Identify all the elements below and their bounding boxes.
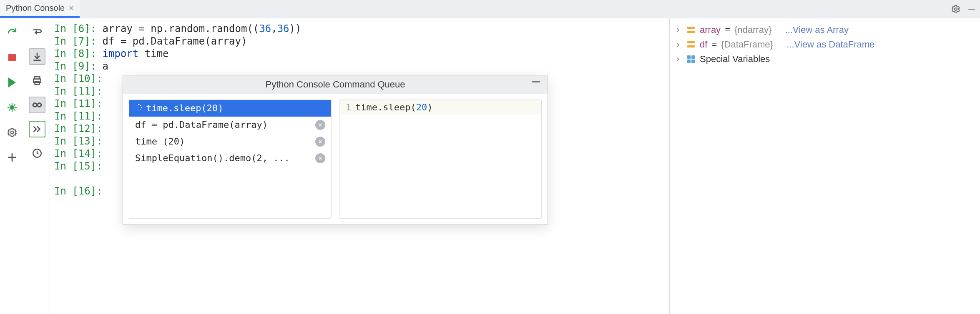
console-action-gutter-primary <box>0 18 24 314</box>
console-prompt: In [11]: <box>54 98 108 110</box>
svg-rect-19 <box>687 31 695 33</box>
variable-row[interactable]: › Special Variables <box>676 52 973 66</box>
svg-rect-23 <box>691 55 695 59</box>
python-console-output[interactable]: In [6]: array = np.random.random((36,36)… <box>50 18 669 314</box>
variable-row[interactable]: › df = {DataFrame} ...View as DataFrame <box>676 37 973 52</box>
command-queue-titlebar[interactable]: Python Console Command Queue <box>123 75 548 94</box>
remove-queue-item-icon[interactable]: × <box>315 137 325 147</box>
variable-row[interactable]: › array = {ndarray} ...View as Array <box>676 22 973 37</box>
new-console-button[interactable] <box>4 149 20 166</box>
svg-point-11 <box>140 105 141 106</box>
svg-rect-1 <box>968 9 975 10</box>
loading-spinner-icon <box>135 102 143 114</box>
svg-point-12 <box>141 107 142 108</box>
queue-item-label: SimpleEquation().demo(2, ... <box>135 152 290 164</box>
command-queue-preview: 1 time.sleep(20) <box>339 100 542 219</box>
special-vars-icon <box>686 55 696 64</box>
preview-line-number: 1 <box>342 102 351 113</box>
svg-rect-21 <box>687 45 695 47</box>
svg-point-8 <box>38 103 41 107</box>
svg-rect-25 <box>691 60 695 63</box>
tool-window-tabbar: Python Console × <box>0 0 980 18</box>
variable-name: df <box>700 37 707 52</box>
console-prompt: In [6]: <box>54 23 103 35</box>
svg-point-14 <box>138 110 139 111</box>
queue-item-label: time.sleep(20) <box>146 102 223 114</box>
execute-current-statement-button[interactable] <box>4 74 20 91</box>
variables-pane: › array = {ndarray} ...View as Array › d… <box>669 18 980 314</box>
console-prompt: In [10]: <box>54 73 108 85</box>
command-queue-title: Python Console Command Queue <box>265 79 405 90</box>
svg-point-2 <box>10 105 14 110</box>
tab-label: Python Console <box>6 3 65 13</box>
remove-queue-item-icon[interactable]: × <box>315 120 325 130</box>
chevron-right-icon[interactable]: › <box>676 52 682 66</box>
console-code: df = pd.DataFrame(array) <box>103 35 247 47</box>
console-prompt: In [11]: <box>54 85 108 97</box>
chevron-right-icon[interactable]: › <box>676 37 682 52</box>
close-tab-icon[interactable]: × <box>69 3 74 13</box>
tab-python-console[interactable]: Python Console × <box>0 0 80 18</box>
command-queue-item[interactable]: time.sleep(20) <box>129 100 331 117</box>
queue-item-label: df = pd.DataFrame(array) <box>135 119 268 131</box>
command-queue-item[interactable]: time (20) × <box>129 133 331 150</box>
queue-item-label: time (20) <box>135 136 185 147</box>
chevron-right-icon[interactable]: › <box>676 22 682 37</box>
console-prompt: In [11]: <box>54 110 108 122</box>
console-prompt: In [13]: <box>54 135 108 147</box>
svg-point-7 <box>33 103 37 107</box>
tool-window-actions <box>951 0 977 18</box>
svg-point-13 <box>140 109 141 110</box>
svg-rect-18 <box>687 27 695 29</box>
history-button[interactable] <box>29 145 45 162</box>
soft-wrap-toggle[interactable] <box>29 24 45 41</box>
console-prompt: In [15]: <box>54 160 108 172</box>
console-prompt: In [16]: <box>54 185 108 197</box>
console-prompt: In [8]: <box>54 48 103 60</box>
scroll-to-end-toggle[interactable] <box>29 48 45 65</box>
command-queue-item[interactable]: SimpleEquation().demo(2, ... × <box>129 150 331 167</box>
svg-point-16 <box>136 107 137 108</box>
variable-type: {ndarray} <box>734 22 771 37</box>
stop-button[interactable] <box>4 49 20 66</box>
preview-code: time.sleep(20) <box>355 102 432 113</box>
svg-rect-22 <box>687 55 691 59</box>
svg-rect-20 <box>687 41 695 43</box>
svg-rect-24 <box>687 60 691 63</box>
rerun-button[interactable] <box>4 24 20 41</box>
remove-queue-item-icon[interactable]: × <box>315 153 325 163</box>
console-action-gutter-secondary <box>24 18 50 314</box>
command-queue-popup: Python Console Command Queue time.sleep(… <box>123 75 548 225</box>
console-blank-line <box>54 173 60 184</box>
variable-name: array <box>700 22 721 37</box>
hide-tool-window-icon[interactable] <box>967 4 977 14</box>
view-as-dataframe-link[interactable]: ...View as DataFrame <box>787 37 874 52</box>
gear-icon[interactable] <box>951 4 961 14</box>
variable-name: Special Variables <box>700 52 770 66</box>
console-code: array = np.random.random((36,36)) <box>103 23 302 35</box>
command-queue-item[interactable]: df = pd.DataFrame(array) × <box>129 117 331 133</box>
console-prompt: In [14]: <box>54 148 108 159</box>
console-prompt: In [12]: <box>54 123 108 135</box>
console-code: a <box>103 60 108 72</box>
debug-button[interactable] <box>4 99 20 116</box>
svg-point-0 <box>955 8 957 10</box>
ndarray-icon <box>686 25 696 35</box>
svg-point-3 <box>10 131 13 134</box>
tool-window-tabs: Python Console × <box>0 0 80 18</box>
settings-button[interactable] <box>4 124 20 141</box>
command-queue-list: time.sleep(20) df = pd.DataFrame(array) … <box>129 100 332 219</box>
dataframe-icon <box>686 40 696 49</box>
console-code: import time <box>103 48 169 60</box>
console-prompt: In [9]: <box>54 60 103 72</box>
console-prompt: In [7]: <box>54 35 103 47</box>
command-queue-toggle[interactable] <box>29 121 45 137</box>
minimize-icon[interactable] <box>532 81 540 82</box>
variable-type: {DataFrame} <box>721 37 773 52</box>
view-as-array-link[interactable]: ...View as Array <box>785 22 849 37</box>
print-button[interactable] <box>29 72 45 89</box>
show-variables-toggle[interactable] <box>29 97 45 113</box>
svg-point-10 <box>138 104 140 105</box>
svg-point-17 <box>137 105 138 106</box>
svg-point-15 <box>137 109 138 110</box>
